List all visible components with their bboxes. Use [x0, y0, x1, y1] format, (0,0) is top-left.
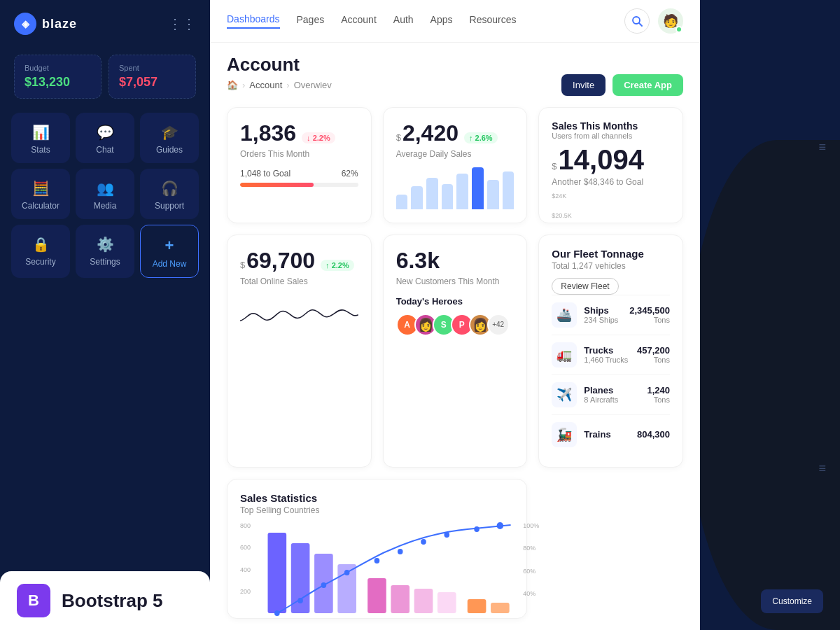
calculator-icon: 🧮 [32, 180, 50, 197]
svg-rect-10 [468, 599, 486, 613]
budget-label: Budget [24, 64, 91, 72]
sidebar-item-calculator[interactable]: 🧮 Calculator [11, 169, 70, 219]
sidebar-item-label: Calculator [22, 201, 59, 211]
fleet-item-name: Trucks [584, 345, 630, 356]
bar-chart [396, 167, 514, 209]
right-panel-icon-top[interactable]: ≡ [818, 140, 826, 155]
sidebar-item-security[interactable]: 🔒 Security [11, 225, 70, 278]
nav-link-account[interactable]: Account [341, 14, 377, 28]
sales-chart: $24K$20.5K$17K$13.5K$10K Apr 04Apr 07Apr… [552, 192, 670, 223]
avatar-status [676, 26, 682, 33]
fleet-item-unit: Tons [647, 396, 670, 404]
invite-button[interactable]: Invite [561, 74, 606, 96]
sidebar-item-label: Media [94, 201, 117, 211]
sidebar-item-settings[interactable]: ⚙️ Settings [76, 225, 134, 278]
sidebar-header: ◈ blaze ⋮⋮ [0, 0, 210, 48]
budget-cards: Budget $13,230 Spent $7,057 [0, 48, 210, 113]
daily-sales-value: 2,420 [402, 120, 458, 146]
bar [426, 178, 438, 209]
online-sales-currency: $ [240, 260, 245, 270]
bootstrap-badge: B Bootstrap 5 [0, 571, 210, 630]
bar [487, 180, 499, 209]
nav-link-pages[interactable]: Pages [297, 14, 325, 28]
stats-bars: 100%80%60%40%0 [261, 522, 514, 620]
avatar-button[interactable]: 🧑 [658, 8, 683, 34]
orders-badge: ↓ 2.2% [302, 132, 335, 144]
dark-blob [700, 140, 840, 630]
svg-point-13 [298, 598, 303, 603]
sales-currency: $ [552, 161, 556, 172]
nav-link-resources[interactable]: Resources [470, 14, 517, 28]
fleet-item-name: Trains [584, 429, 630, 440]
daily-sales-label: Average Daily Sales [396, 149, 514, 159]
svg-rect-2 [268, 533, 287, 613]
sidebar: ◈ blaze ⋮⋮ Budget $13,230 Spent $7,057 📊… [0, 0, 210, 630]
menu-icon[interactable]: ⋮⋮ [168, 15, 196, 32]
svg-line-1 [639, 23, 642, 26]
fleet-title: Our Fleet Tonnage [552, 248, 670, 260]
sales-month-title: Sales This Months [552, 120, 670, 132]
ships-icon: 🚢 [552, 302, 577, 328]
online-sales-badge: ↑ 2.2% [321, 260, 354, 271]
sidebar-item-support[interactable]: 🎧 Support [140, 169, 199, 219]
review-fleet-button[interactable]: Review Fleet [552, 278, 618, 295]
breadcrumb-home-icon: 🏠 [227, 80, 238, 90]
daily-sales-card: $ 2,420 ↑ 2.6% Average Daily Sales [383, 107, 528, 223]
sidebar-item-label: Security [25, 257, 55, 267]
online-sales-label: Total Online Sales [240, 276, 358, 286]
search-button[interactable] [624, 8, 650, 34]
svg-point-17 [398, 549, 403, 554]
stats-pct-axis: 100%80%60%40%0 [523, 522, 539, 620]
y-axis: $24K$20.5K$17K$13.5K$10K [552, 192, 572, 223]
fleet-sub: Total 1,247 vehicles [552, 261, 670, 271]
sidebar-item-label: Chat [96, 145, 113, 155]
bootstrap-text: Bootstrap 5 [62, 590, 162, 612]
bar [456, 174, 468, 209]
sales-month-subtitle: Users from all channels [552, 132, 670, 140]
media-icon: 👥 [97, 180, 114, 197]
logo-text: blaze [42, 17, 77, 31]
daily-sales-badge: ↑ 2.6% [464, 132, 498, 144]
wavy-chart [240, 293, 358, 342]
breadcrumb-current: Overwiev [294, 80, 332, 90]
fleet-item-name: Ships [584, 305, 622, 316]
fleet-item-count: 234 Ships [584, 316, 622, 324]
sidebar-item-media[interactable]: 👥 Media [76, 169, 134, 219]
progress-fill [240, 183, 314, 187]
new-customers-label: New Customers This Month [396, 276, 514, 286]
chat-icon: 💬 [97, 124, 114, 141]
orders-label: Orders This Month [240, 149, 358, 159]
create-app-button[interactable]: Create App [612, 74, 683, 96]
stats-y-axis: 8006004002000 [240, 522, 261, 620]
settings-icon: ⚙️ [97, 236, 114, 253]
nav-link-apps[interactable]: Apps [430, 14, 453, 28]
right-panel-icon-bottom[interactable]: ≡ [818, 461, 826, 476]
customize-button[interactable]: Customize [761, 589, 823, 613]
fleet-card: Our Fleet Tonnage Total 1,247 vehicles R… [538, 234, 683, 468]
trucks-icon: 🚛 [552, 342, 577, 368]
fleet-item-name: Planes [584, 385, 640, 396]
fleet-item-planes: ✈️ Planes 8 Aircrafts 1,240 Tons [552, 374, 670, 414]
fleet-item-trains: 🚂 Trains 804,300 [552, 414, 670, 454]
svg-point-16 [374, 558, 380, 564]
sidebar-item-add-new[interactable]: + Add New [140, 225, 199, 278]
progress-bar [240, 183, 358, 187]
page-title: Account [227, 54, 683, 76]
stats-title: Sales Statistics [240, 492, 514, 504]
sidebar-item-stats[interactable]: 📊 Stats [11, 113, 70, 163]
nav-link-auth[interactable]: Auth [393, 14, 414, 28]
spent-value: $7,057 [119, 75, 186, 90]
svg-point-18 [421, 539, 426, 545]
top-nav-right: 🧑 [624, 8, 683, 34]
sales-sub: Another $48,346 to Goal [552, 177, 670, 187]
sidebar-item-guides[interactable]: 🎓 Guides [140, 113, 199, 163]
sales-stats-card: Sales Statistics Top Selling Countries 8… [227, 479, 527, 620]
add-icon: + [165, 237, 174, 255]
stats-sub: Top Selling Countries [240, 505, 514, 515]
sidebar-item-chat[interactable]: 💬 Chat [76, 113, 134, 163]
heroes-row: A 👩 S P 👩 +42 [396, 314, 514, 336]
spent-card: Spent $7,057 [108, 55, 196, 99]
breadcrumb-sep2: › [286, 80, 289, 90]
stats-icon: 📊 [32, 124, 50, 141]
nav-link-dashboards[interactable]: Dashboards [227, 13, 280, 29]
